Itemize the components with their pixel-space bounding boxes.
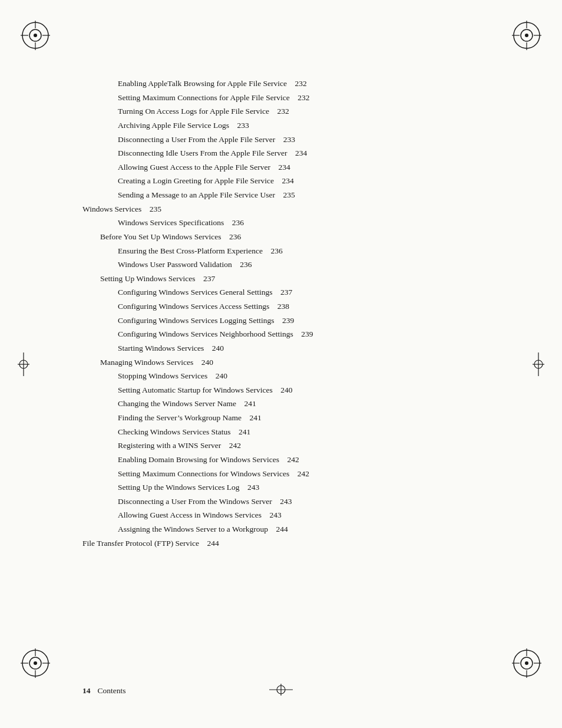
toc-entry-text: Creating a Login Greeting for Apple File… <box>118 176 274 185</box>
toc-entry-page: 244 <box>276 525 288 533</box>
toc-entry-text: Allowing Guest Access to the Apple File … <box>118 163 270 172</box>
toc-entry-text: Ensuring the Best Cross-Platform Experie… <box>118 246 263 255</box>
toc-entry-text: Stopping Windows Services <box>118 371 207 380</box>
toc-entry-text: Registering with a WINS Server <box>118 441 221 450</box>
toc-entry-text: Windows Services Specifications <box>118 218 224 227</box>
toc-entry-page: 241 <box>244 399 256 408</box>
toc-entry-page: 241 <box>249 413 261 422</box>
toc-entry-text: Finding the Server’s Workgroup Name <box>118 413 242 422</box>
toc-entry-page: 234 <box>282 176 294 185</box>
toc-entry: Configuring Windows Services Access Sett… <box>82 299 503 314</box>
toc-entry-text: Enabling Domain Browsing for Windows Ser… <box>118 455 279 464</box>
toc-entry-page: 240 <box>212 344 224 353</box>
reg-mark-bottom-left <box>18 645 53 681</box>
page: Enabling AppleTalk Browsing for Apple Fi… <box>0 0 562 728</box>
toc-entry: Changing the Windows Server Name 241 <box>82 397 503 411</box>
toc-entry: Setting Maximum Connections for Windows … <box>82 467 503 481</box>
toc-entry-text: Disconnecting a User From the Windows Se… <box>118 497 272 506</box>
toc-entry-page: 243 <box>280 497 292 506</box>
toc-entry: Creating a Login Greeting for Apple File… <box>82 174 503 188</box>
toc-entry-text: Setting Up Windows Services <box>100 274 196 283</box>
toc-entry-text: Managing Windows Services <box>100 358 193 367</box>
toc-entry-page: 242 <box>287 455 299 464</box>
toc-entry-text: Assigning the Windows Server to a Workgr… <box>118 525 268 533</box>
toc-entry-text: Starting Windows Services <box>118 344 204 353</box>
toc-entry-text: Configuring Windows Services Logging Set… <box>118 316 274 325</box>
toc-entry: Windows User Password Validation 236 <box>82 258 503 272</box>
toc-entry-page: 244 <box>207 539 219 548</box>
toc-entry-page: 236 <box>270 246 282 255</box>
toc-entry-page: 242 <box>297 469 309 478</box>
toc-entry: File Transfer Protocol (FTP) Service 244 <box>82 536 503 551</box>
toc-entry: Before You Set Up Windows Services 236 <box>82 230 503 244</box>
toc-entry-text: Setting Maximum Connections for Apple Fi… <box>118 93 290 102</box>
svg-point-2 <box>34 34 37 37</box>
svg-point-22 <box>34 661 37 665</box>
toc-entry-page: 233 <box>237 121 249 130</box>
footer-label: Contents <box>98 686 126 696</box>
reg-mark-bottom-right <box>509 645 544 681</box>
toc-entry-page: 239 <box>282 316 294 325</box>
toc-entry-text: Before You Set Up Windows Services <box>100 232 221 241</box>
toc-entry: Enabling Domain Browsing for Windows Ser… <box>82 453 503 467</box>
toc-entry-page: 239 <box>301 330 313 338</box>
toc-entry-text: File Transfer Protocol (FTP) Service <box>82 539 199 548</box>
toc-entry: Stopping Windows Services 240 <box>82 369 503 383</box>
toc-entry: Registering with a WINS Server 242 <box>82 439 503 453</box>
toc-entry-text: Windows Services <box>82 205 141 213</box>
toc-entry-page: 240 <box>201 358 213 367</box>
toc-entry-page: 235 <box>150 205 161 213</box>
toc-entry: Setting Automatic Startup for Windows Se… <box>82 383 503 397</box>
toc-entry-text: Setting Automatic Startup for Windows Se… <box>118 386 273 394</box>
toc-entry: Ensuring the Best Cross-Platform Experie… <box>82 244 503 258</box>
toc-entry-text: Enabling AppleTalk Browsing for Apple Fi… <box>118 79 287 88</box>
toc-entry-page: 240 <box>280 386 292 394</box>
toc-entry: Disconnecting Idle Users From the Apple … <box>82 146 503 160</box>
page-footer: 14 Contents <box>82 686 503 696</box>
toc-entry-text: Configuring Windows Services General Set… <box>118 288 272 297</box>
toc-entry: Enabling AppleTalk Browsing for Apple Fi… <box>82 77 503 91</box>
toc-entry: Configuring Windows Services Logging Set… <box>82 314 503 328</box>
toc-entry-text: Setting Up the Windows Services Log <box>118 483 240 492</box>
toc-entry: Sending a Message to an Apple File Servi… <box>82 188 503 202</box>
toc-entry: Disconnecting a User From the Windows Se… <box>82 495 503 509</box>
toc-entry: Assigning the Windows Server to a Workgr… <box>82 522 503 536</box>
toc-entry-page: 241 <box>239 427 250 436</box>
reg-mark-top-left <box>18 18 53 53</box>
toc-entry: Setting Up Windows Services 237 <box>82 272 503 286</box>
footer-page-number: 14 <box>82 686 91 696</box>
toc-entry-page: 238 <box>277 302 289 311</box>
toc-entry-page: 240 <box>216 371 227 380</box>
svg-point-29 <box>525 661 528 665</box>
side-mark-left <box>18 353 29 376</box>
toc-entry-page: 233 <box>283 135 295 144</box>
svg-point-9 <box>525 34 528 37</box>
toc-entry: Setting Maximum Connections for Apple Fi… <box>82 91 503 105</box>
toc-entry: Allowing Guest Access to the Apple File … <box>82 160 503 174</box>
toc-entry-text: Configuring Windows Services Access Sett… <box>118 302 269 311</box>
toc-entry-text: Configuring Windows Services Neighborhoo… <box>118 330 293 338</box>
toc-entry-text: Disconnecting a User From the Apple File… <box>118 135 275 144</box>
toc-entry-page: 236 <box>229 232 241 241</box>
toc-entry-page: 242 <box>229 441 241 450</box>
toc-entry-text: Changing the Windows Server Name <box>118 399 236 408</box>
toc-entry: Setting Up the Windows Services Log 243 <box>82 480 503 495</box>
toc-entry-page: 236 <box>232 218 244 227</box>
side-mark-right <box>533 353 544 376</box>
toc-entry-page: 235 <box>283 190 295 199</box>
toc-entry-page: 243 <box>270 510 282 519</box>
toc-entry: Allowing Guest Access in Windows Service… <box>82 508 503 522</box>
toc-entry-text: Disconnecting Idle Users From the Apple … <box>118 149 287 157</box>
toc-entry-text: Archiving Apple File Service Logs <box>118 121 229 130</box>
toc-entry: Windows Services 235 <box>82 202 503 216</box>
toc-entry: Archiving Apple File Service Logs 233 <box>82 118 503 133</box>
toc-entry: Windows Services Specifications 236 <box>82 216 503 230</box>
toc-entry-text: Allowing Guest Access in Windows Service… <box>118 510 262 519</box>
toc-entry: Finding the Server’s Workgroup Name 241 <box>82 411 503 425</box>
toc-entry-page: 236 <box>240 260 252 269</box>
toc-entry-text: Windows User Password Validation <box>118 260 232 269</box>
toc-entry: Checking Windows Services Status 241 <box>82 425 503 439</box>
toc-entry-page: 243 <box>247 483 259 492</box>
toc-content: Enabling AppleTalk Browsing for Apple Fi… <box>82 77 503 657</box>
reg-mark-top-right <box>509 18 544 53</box>
